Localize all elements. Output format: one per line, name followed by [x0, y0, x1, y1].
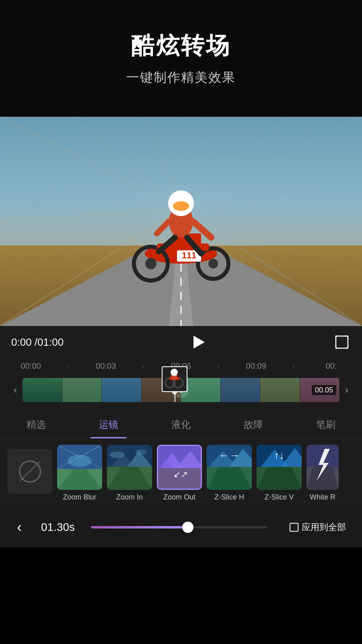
checkbox-icon: [290, 523, 298, 532]
playhead-thumb: [162, 366, 187, 392]
effect-zoom-in[interactable]: Zoom In: [107, 445, 152, 502]
svg-text:↑↓: ↑↓: [274, 449, 284, 461]
effect-thumb-zsliceh: ←→: [207, 445, 252, 490]
none-icon: [19, 460, 41, 483]
z-slice-v-svg: ↑↓: [257, 445, 302, 490]
effect-thumb-zoomblur: [57, 445, 102, 490]
motion-blur-svg: 111: [0, 117, 362, 326]
white-r-svg: [306, 445, 339, 490]
ruler-tick-8: 00:: [313, 361, 350, 371]
effect-thumb-zoomin: [107, 445, 152, 490]
effect-white-r[interactable]: White R: [306, 445, 339, 502]
zoom-out-svg: ↙↗: [158, 446, 202, 490]
ruler-tick-0: 00:00: [12, 361, 49, 371]
effect-thumb-none: [7, 449, 52, 494]
svg-rect-59: [158, 446, 202, 468]
apply-all-label: 应用到全部: [302, 521, 346, 533]
effect-label-zoom-out: Zoom Out: [163, 493, 195, 502]
ruler-tick-5: ·: [200, 361, 237, 371]
video-background: 111: [0, 117, 362, 326]
ruler-tick-7: ·: [275, 361, 312, 371]
ruler-tick-3: ·: [125, 361, 162, 371]
effects-row: Zoom Blur Zoom In: [0, 439, 362, 507]
track-nav-left[interactable]: ‹: [8, 378, 23, 402]
effect-none[interactable]: [7, 449, 52, 497]
back-button[interactable]: ‹: [10, 518, 29, 537]
svg-text:←→: ←→: [219, 449, 240, 461]
svg-rect-32: [336, 336, 348, 348]
duration-display: 01.30s: [41, 521, 75, 534]
svg-rect-31: [0, 117, 362, 326]
track-frame-6: [260, 378, 300, 402]
playhead-thumb-container: [162, 366, 187, 395]
hero-section: 酷炫转场 一键制作精美效果: [0, 0, 362, 117]
tab-liquify[interactable]: 液化: [145, 411, 217, 438]
duration-slider[interactable]: [91, 526, 267, 528]
effect-label-white-r: White R: [310, 493, 335, 502]
svg-point-52: [110, 452, 124, 458]
playback-bar: 0:00 /01:00: [0, 326, 362, 358]
track-frame-5: [221, 378, 261, 402]
zoom-in-svg: [107, 445, 152, 490]
hero-subtitle: 一键制作精美效果: [126, 69, 236, 87]
effect-thumb-white: [306, 445, 339, 490]
effect-zoom-blur[interactable]: Zoom Blur: [57, 445, 102, 502]
effect-thumb-zslice-v: ↑↓: [257, 445, 302, 490]
back-icon: ‹: [17, 519, 22, 536]
fullscreen-button[interactable]: [333, 333, 351, 351]
track-nav-right[interactable]: ›: [339, 378, 354, 402]
effect-label-z-slice-h: Z-Slice H: [214, 493, 244, 502]
play-icon: [193, 336, 205, 349]
effect-z-slice-h[interactable]: ←→ Z-Slice H: [207, 445, 252, 502]
hero-title: 酷炫转场: [131, 30, 231, 62]
svg-point-53: [135, 449, 147, 455]
playhead-thumb-svg: [163, 367, 186, 391]
category-tabs: 精选 运镜 液化 故障 笔刷: [0, 411, 362, 439]
apply-all-button[interactable]: 应用到全部: [283, 517, 352, 537]
tab-brush[interactable]: 笔刷: [290, 411, 362, 438]
time-display: 0:00 /01:00: [11, 336, 64, 349]
track-time-badge: 00.05: [312, 385, 336, 395]
track-frame-2: [102, 378, 142, 402]
video-preview: 111: [0, 117, 362, 326]
ruler-tick-1: ·: [49, 361, 87, 371]
play-button[interactable]: [188, 332, 209, 353]
effect-zoom-out[interactable]: ↙↗ Zoom Out: [157, 445, 202, 502]
effect-label-z-slice-v: Z-Slice V: [264, 493, 294, 502]
fullscreen-icon: [335, 335, 349, 349]
tab-featured[interactable]: 精选: [0, 411, 72, 438]
effect-thumb-zoomout: ↙↗: [157, 445, 202, 490]
playhead-pointer: [172, 392, 177, 395]
svg-text:↙↗: ↙↗: [173, 469, 188, 479]
timeline-section: 00:00 · 00:03 · 00:06 · 00:09 · 00:: [0, 358, 362, 411]
effect-label-zoom-blur: Zoom Blur: [63, 493, 96, 502]
z-slice-h-svg: ←→: [207, 445, 252, 490]
ruler-tick-6: 00:09: [237, 361, 275, 371]
tab-motion[interactable]: 运镜: [72, 411, 145, 438]
svg-point-38: [171, 369, 178, 376]
ruler-tick-2: 00:03: [87, 361, 125, 371]
effect-label-zoom-in: Zoom In: [116, 493, 143, 502]
bottom-bar: ‹ 01.30s 应用到全部: [0, 507, 362, 547]
track-frame-1: [62, 378, 102, 402]
effect-z-slice-v[interactable]: ↑↓ Z-Slice V: [257, 445, 302, 502]
svg-point-42: [68, 455, 92, 467]
tab-glitch[interactable]: 故障: [217, 411, 290, 438]
track-frame-0: [23, 378, 62, 402]
zoom-blur-svg: [57, 445, 102, 490]
duration-thumb[interactable]: [182, 522, 193, 533]
duration-track: [91, 526, 188, 528]
